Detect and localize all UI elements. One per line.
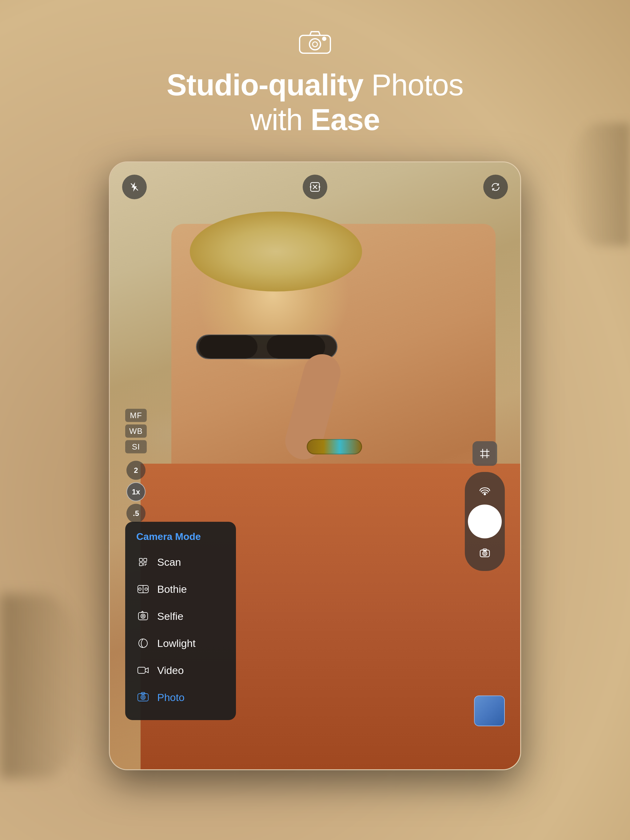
exposure-button[interactable] (303, 175, 327, 199)
svg-rect-20 (139, 563, 142, 566)
zoom-half[interactable]: .5 (127, 504, 146, 523)
photo-thumbnail[interactable] (474, 695, 505, 726)
svg-rect-33 (138, 694, 148, 701)
svg-point-2 (313, 42, 317, 47)
svg-point-1 (309, 39, 321, 50)
si-label[interactable]: SI (125, 440, 147, 453)
phone-frame: MF WB SI 2 1x .5 (109, 161, 521, 770)
top-section: Studio-quality Photos with Ease (0, 0, 630, 137)
bothie-icon (136, 583, 150, 596)
svg-rect-19 (144, 558, 147, 561)
camera-top-bar (122, 175, 508, 199)
photo-label: Photo (157, 692, 185, 704)
right-sidebar (465, 441, 505, 571)
menu-item-lowlight[interactable]: Lowlight (125, 630, 236, 657)
svg-rect-18 (139, 558, 142, 561)
flash-off-button[interactable] (122, 175, 147, 199)
photo-icon (136, 691, 150, 704)
menu-item-scan[interactable]: Scan (125, 548, 236, 576)
svg-point-16 (484, 553, 486, 554)
decorative-leaves-left (0, 594, 86, 778)
svg-rect-29 (138, 613, 148, 620)
headline-line2-bold: Ease (311, 103, 380, 136)
video-icon (136, 663, 150, 677)
svg-point-27 (139, 588, 141, 591)
lowlight-icon (136, 636, 150, 650)
menu-item-video[interactable]: Video (125, 657, 236, 684)
svg-point-30 (141, 614, 145, 618)
headline-bold: Studio-quality (167, 68, 363, 102)
menu-item-selfie[interactable]: Selfie (125, 603, 236, 630)
decorative-leaves-right (568, 123, 630, 246)
wireless-button[interactable] (473, 478, 497, 502)
headline-line2-normal: with (250, 103, 311, 136)
svg-point-13 (484, 494, 486, 495)
menu-title: Camera Mode (125, 531, 236, 548)
svg-point-3 (323, 37, 326, 40)
shutter-button[interactable] (468, 505, 502, 538)
svg-point-34 (141, 695, 145, 699)
zoom-2x[interactable]: 2 (127, 461, 146, 480)
menu-item-bothie[interactable]: Bothie (125, 576, 236, 603)
grid-button[interactable] (473, 441, 497, 466)
left-sidebar: MF WB SI 2 1x .5 (125, 409, 147, 523)
svg-point-31 (142, 615, 144, 617)
selfie-label: Selfie (157, 610, 184, 622)
lowlight-label: Lowlight (157, 637, 196, 649)
zoom-controls: 2 1x .5 (127, 461, 146, 523)
selfie-icon (136, 609, 150, 623)
svg-point-15 (483, 551, 487, 556)
bothie-label: Bothie (157, 583, 187, 595)
camera-mode-switch-button[interactable] (473, 542, 497, 565)
scan-icon (136, 555, 150, 569)
headline: Studio-quality Photos with Ease (0, 68, 630, 137)
zoom-1x[interactable]: 1x (127, 482, 146, 502)
headline-normal: Photos (363, 68, 463, 102)
scan-label: Scan (157, 556, 181, 568)
menu-item-photo[interactable]: Photo (125, 684, 236, 711)
mf-label[interactable]: MF (125, 409, 147, 422)
flip-camera-button[interactable] (483, 175, 508, 199)
shutter-column (465, 472, 505, 571)
video-label: Video (157, 665, 184, 676)
svg-rect-32 (138, 667, 145, 673)
svg-point-35 (142, 696, 144, 698)
camera-mode-menu: Camera Mode Scan (125, 522, 236, 720)
app-camera-icon (298, 28, 332, 55)
svg-point-28 (145, 588, 147, 591)
wb-label[interactable]: WB (125, 425, 147, 438)
